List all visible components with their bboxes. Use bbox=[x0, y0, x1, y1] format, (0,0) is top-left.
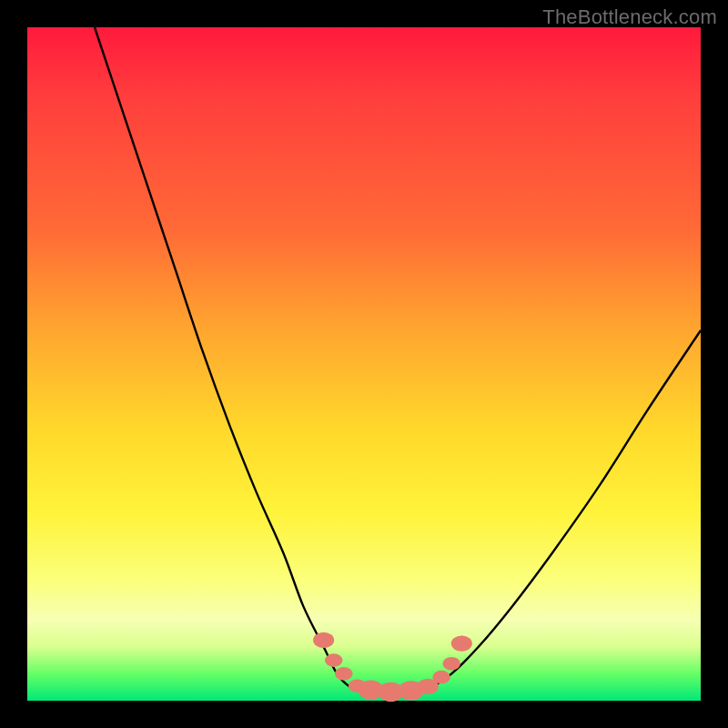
curve-path bbox=[95, 27, 701, 693]
valley-marker bbox=[325, 653, 343, 667]
valley-marker bbox=[335, 667, 353, 681]
chart-plot-area bbox=[27, 27, 701, 701]
valley-marker bbox=[451, 635, 472, 651]
valley-marker bbox=[442, 657, 460, 671]
chart-frame: TheBottleneck.com bbox=[0, 0, 728, 728]
valley-markers bbox=[313, 632, 472, 702]
bottleneck-curve bbox=[95, 27, 701, 693]
valley-marker bbox=[432, 671, 450, 684]
watermark-label: TheBottleneck.com bbox=[542, 5, 717, 29]
chart-svg bbox=[27, 27, 701, 701]
valley-marker bbox=[313, 632, 334, 648]
